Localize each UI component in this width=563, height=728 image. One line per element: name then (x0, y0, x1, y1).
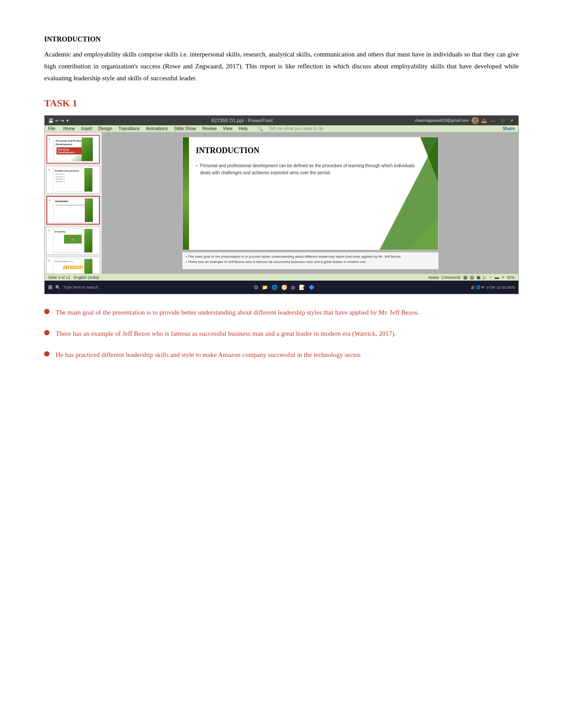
statusbar-right: Notes Comments ▦ ▤ ▣ ▷ − ▬ + 92% (428, 275, 515, 280)
slide-thumb-5[interactable]: 5 Direction & Amazon Inc. amazon (46, 257, 100, 274)
intro-paragraph: Academic and employability skills compri… (44, 49, 519, 84)
redo-icon[interactable]: ↪ (60, 118, 64, 123)
bullet-marker-1 (44, 309, 49, 314)
taskbar: ⊞ 🔍 Type here to search ⊙ 📁 🌐 🧭 ◎ 📝 🔷 🔊 … (45, 281, 518, 294)
ppt-body: 1 Personal and ProfessionalDevelopment P… (45, 132, 518, 274)
slide-left-bar (183, 137, 189, 250)
dropdown-icon[interactable]: ▼ (66, 119, 69, 123)
comments-btn[interactable]: Comments (442, 275, 461, 280)
taskbar-apps[interactable]: ⊙ (254, 284, 258, 290)
ribbon-insert[interactable]: Insert (81, 126, 92, 131)
notes-text-1: • The main goal of the presentation is t… (186, 255, 402, 259)
taskbar-edge[interactable]: 🌐 (272, 285, 278, 290)
ppt-notes-area: • The main goal of the presentation is t… (182, 252, 438, 269)
save-icon[interactable]: 💾 (48, 118, 53, 123)
ribbon-home[interactable]: Home (63, 126, 75, 131)
task1-heading: TASK 1 (44, 98, 519, 109)
user-email: chairmaganesili23@gmail.com (415, 118, 469, 123)
close-button[interactable]: × (509, 118, 515, 123)
ribbon-view[interactable]: View (223, 126, 233, 131)
view-slide-icon[interactable]: ▤ (470, 275, 474, 280)
slide-thumb-3[interactable]: 3 Introduction • Personal and profession… (46, 196, 100, 225)
taskbar-search-input[interactable]: Type here to search (63, 285, 98, 289)
taskbar-left: ⊞ 🔍 Type here to search (48, 284, 98, 290)
ribbon-transitions[interactable]: Transitions (118, 126, 140, 131)
slide-bullet-text-1: Personal and professional development ca… (200, 162, 424, 176)
intro-heading: INTRODUCTION (44, 35, 519, 43)
slide-bullet-1: • Personal and professional development … (196, 162, 425, 176)
slide-title: INTRODUCTION (196, 146, 425, 155)
zoom-slider[interactable]: ▬ (495, 275, 499, 280)
bullet-marker-3 (44, 351, 49, 356)
statusbar-left: Slide 3 of 11 English (India) (48, 275, 99, 280)
scroll-down-icon[interactable]: ▼ (434, 194, 437, 198)
zoom-out-icon[interactable]: − (489, 275, 492, 280)
ribbon-review[interactable]: Review (202, 126, 217, 131)
taskbar-right: 🔊 🌐 ✉ 17:56 12-10-2020 (471, 285, 515, 289)
bullet-dot-1: • (196, 162, 198, 176)
slide-preview-3: Introduction • Personal and professional… (53, 198, 93, 222)
slide-red-box: PersonalDevelopment (57, 147, 83, 154)
ribbon-help[interactable]: Help (238, 126, 248, 131)
taskbar-misc[interactable]: 🔷 (309, 285, 315, 290)
slide-num-3: 3 (49, 198, 52, 202)
ppt-titlebar-right: chairmaganesili23@gmail.com 👤 📤 — □ × (415, 117, 515, 124)
notes-text-2: • There has an example of Jeff Bezos who… (186, 260, 367, 264)
system-icons: 🔊 🌐 ✉ (471, 285, 484, 289)
scroll-up-icon[interactable]: ▲ (434, 189, 437, 193)
ppt-window: 💾 ↩ ↪ ▼ B27356 D1.ppt - PowerPoint chair… (44, 115, 519, 294)
ribbon-file[interactable]: File (48, 126, 55, 131)
view-normal-icon[interactable]: ▦ (463, 275, 467, 280)
ppt-titlebar-left: 💾 ↩ ↪ ▼ (48, 118, 69, 123)
zoom-in-icon[interactable]: + (502, 275, 504, 280)
slide-num-4: 4 (48, 229, 52, 233)
slide-thumb-1[interactable]: 1 Personal and ProfessionalDevelopment P… (46, 135, 100, 164)
slide-num-1: 1 (49, 137, 52, 141)
ppt-slides-panel: 1 Personal and ProfessionalDevelopment P… (45, 132, 102, 274)
bullet-item-3: He has practiced different leadership sk… (44, 349, 519, 361)
slide-preview-4: E-learning 📚 (53, 229, 93, 253)
ppt-ribbon: File Home Insert Design Transitions Anim… (45, 125, 518, 132)
taskbar-chrome[interactable]: ◎ (291, 285, 295, 290)
bullet-item-1: The main goal of the presentation is to … (44, 307, 519, 319)
ppt-main-slide: INTRODUCTION • Personal and professional… (182, 137, 438, 250)
windows-icon[interactable]: ⊞ (48, 284, 53, 290)
taskbar-time: 17:56 (486, 285, 495, 289)
search-icon-taskbar: 🔍 (55, 285, 60, 290)
slide-preview-5: Direction & Amazon Inc. amazon (53, 259, 93, 274)
notes-btn[interactable]: Notes (428, 275, 439, 280)
ribbon-animations[interactable]: Animations (146, 126, 168, 131)
slide-info: Slide 3 of 11 (48, 275, 70, 280)
account-icon[interactable]: 👤 (472, 117, 479, 124)
view-slideshow-icon[interactable]: ▷ (483, 275, 487, 280)
slide-thumb-2[interactable]: 2 Problem and questions • Question 1• Qu… (46, 166, 100, 194)
ppt-statusbar: Slide 3 of 11 English (India) Notes Comm… (45, 274, 518, 281)
taskbar-word[interactable]: 📝 (299, 285, 305, 290)
search-icon: 🔍 (257, 126, 263, 131)
taskbar-date: 12-10-2020 (497, 285, 515, 289)
maximize-button[interactable]: □ (500, 118, 506, 123)
taskbar-file-explorer[interactable]: 📁 (262, 285, 268, 290)
ppt-title-text: B27356 D1.ppt - PowerPoint (211, 118, 272, 123)
ribbon-slideshow[interactable]: Slide Show (174, 126, 196, 131)
slide-num-5: 5 (48, 259, 52, 263)
slide-thumb-4[interactable]: 4 E-learning 📚 (46, 227, 100, 255)
ribbon-search-input[interactable]: Tell me what you want to do (269, 126, 323, 131)
slide-preview-2: Problem and questions • Question 1• Ques… (53, 168, 93, 192)
bullet-item-2: There has an example of Jeff Bezos who i… (44, 328, 519, 340)
undo-icon[interactable]: ↩ (55, 118, 59, 123)
ribbon-design[interactable]: Design (98, 126, 112, 131)
bullet-text-2: There has an example of Jeff Bezos who i… (56, 328, 396, 340)
bullet-text-3: He has practiced different leadership sk… (56, 349, 362, 361)
task1-bullet-list: The main goal of the presentation is to … (44, 307, 519, 361)
taskbar-nav[interactable]: 🧭 (281, 285, 287, 290)
view-reading-icon[interactable]: ▣ (476, 275, 480, 280)
zoom-level: 92% (507, 275, 515, 280)
minimize-button[interactable]: — (489, 118, 497, 123)
share-button[interactable]: Share (503, 126, 515, 131)
language-info: English (India) (74, 275, 99, 280)
slide-content: INTRODUCTION • Personal and professional… (183, 137, 438, 250)
ppt-titlebar: 💾 ↩ ↪ ▼ B27356 D1.ppt - PowerPoint chair… (45, 116, 518, 125)
share-icon[interactable]: 📤 (481, 118, 487, 123)
slide-preview-1: Personal and ProfessionalDevelopment Per… (53, 137, 93, 161)
